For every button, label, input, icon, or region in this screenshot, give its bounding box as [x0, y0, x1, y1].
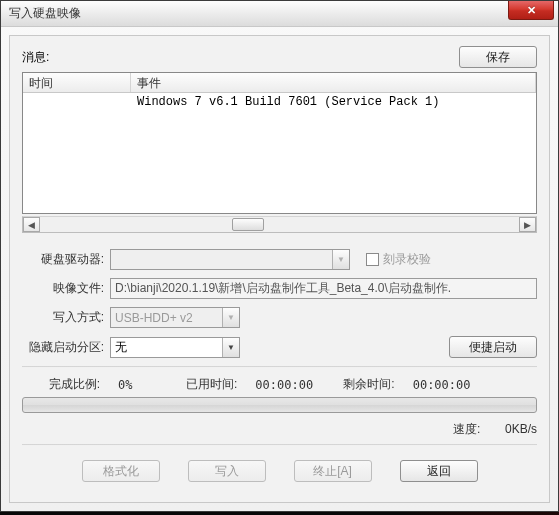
- cell-time: [23, 95, 131, 109]
- remain-label: 剩余时间:: [343, 376, 394, 393]
- elapsed-value: 00:00:00: [255, 378, 325, 392]
- list-header: 时间 事件: [23, 73, 536, 93]
- chevron-down-icon: ▼: [222, 308, 239, 327]
- col-time[interactable]: 时间: [23, 73, 131, 92]
- abort-button[interactable]: 终止[A]: [294, 460, 372, 482]
- drive-label: 硬盘驱动器:: [22, 251, 110, 268]
- done-value: 0%: [118, 378, 168, 392]
- hide-partition-value: 无: [115, 339, 127, 356]
- col-event[interactable]: 事件: [131, 73, 536, 92]
- image-path-field[interactable]: D:\bianji\2020.1.19\新增\启动盘制作工具_Beta_4.0\…: [110, 278, 537, 299]
- chevron-down-icon: ▼: [332, 250, 349, 269]
- hide-partition-label: 隐藏启动分区:: [22, 339, 110, 356]
- speed-value: 0KB/s: [505, 422, 537, 436]
- remain-value: 00:00:00: [413, 378, 471, 392]
- cell-event: Windows 7 v6.1 Build 7601 (Service Pack …: [131, 95, 536, 109]
- separator: [22, 444, 537, 446]
- write-button[interactable]: 写入: [188, 460, 266, 482]
- speed-label: 速度:: [453, 422, 480, 436]
- title-bar[interactable]: 写入硬盘映像 ✕: [1, 1, 558, 27]
- list-body[interactable]: Windows 7 v6.1 Build 7601 (Service Pack …: [23, 93, 536, 213]
- client-area: 消息: 保存 时间 事件 Windows 7 v6.1 Build 7601 (…: [9, 35, 550, 503]
- format-button[interactable]: 格式化: [82, 460, 160, 482]
- scroll-track[interactable]: [40, 217, 519, 232]
- hide-partition-combo[interactable]: 无 ▼: [110, 337, 240, 358]
- quick-boot-button[interactable]: 便捷启动: [449, 336, 537, 358]
- horizontal-scrollbar[interactable]: ◀ ▶: [22, 216, 537, 233]
- scroll-thumb[interactable]: [232, 218, 264, 231]
- scroll-left-icon[interactable]: ◀: [23, 217, 40, 232]
- chevron-down-icon: ▼: [222, 338, 239, 357]
- close-icon: ✕: [527, 4, 536, 17]
- scroll-right-icon[interactable]: ▶: [519, 217, 536, 232]
- elapsed-label: 已用时间:: [186, 376, 237, 393]
- image-path-value: D:\bianji\2020.1.19\新增\启动盘制作工具_Beta_4.0\…: [115, 280, 451, 297]
- close-button[interactable]: ✕: [508, 1, 554, 20]
- done-label: 完成比例:: [22, 376, 100, 393]
- back-button[interactable]: 返回: [400, 460, 478, 482]
- drive-combo[interactable]: ▼: [110, 249, 350, 270]
- verify-checkbox[interactable]: [366, 253, 379, 266]
- image-label: 映像文件:: [22, 280, 110, 297]
- save-button[interactable]: 保存: [459, 46, 537, 68]
- event-log[interactable]: 时间 事件 Windows 7 v6.1 Build 7601 (Service…: [22, 72, 537, 214]
- progress-bar: [22, 397, 537, 413]
- list-row[interactable]: Windows 7 v6.1 Build 7601 (Service Pack …: [23, 93, 536, 111]
- write-mode-value: USB-HDD+ v2: [115, 311, 193, 325]
- window-title: 写入硬盘映像: [9, 5, 81, 22]
- write-mode-label: 写入方式:: [22, 309, 110, 326]
- dialog-window: 写入硬盘映像 ✕ 消息: 保存 时间 事件 Windows 7 v6.1 Bui…: [0, 0, 559, 512]
- separator: [22, 366, 537, 368]
- write-mode-combo[interactable]: USB-HDD+ v2 ▼: [110, 307, 240, 328]
- verify-label: 刻录校验: [383, 251, 431, 268]
- message-label: 消息:: [22, 49, 49, 66]
